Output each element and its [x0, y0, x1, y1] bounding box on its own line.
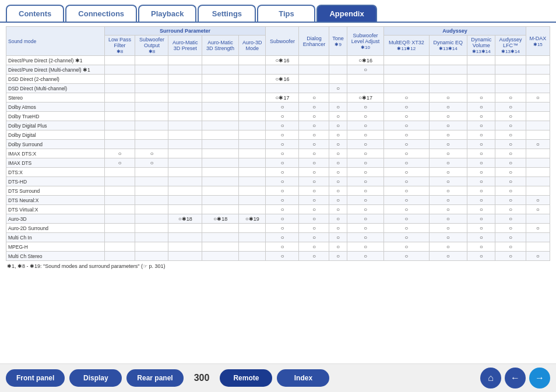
data-cell — [168, 93, 202, 103]
data-cell: ○ — [384, 205, 429, 214]
data-cell: ○ — [347, 149, 383, 158]
data-cell — [135, 214, 168, 224]
tab-tips[interactable]: Tips — [257, 5, 315, 22]
sound-mode-table: Sound mode Surround Parameter Subwoofer … — [6, 26, 550, 261]
data-cell — [135, 130, 168, 140]
data-cell — [168, 75, 202, 84]
data-cell: ○ — [329, 252, 347, 261]
data-cell — [104, 177, 135, 186]
col-dynamiceq: Dynamic EQ✱13✱14 — [429, 36, 467, 56]
data-cell — [135, 224, 168, 233]
data-cell — [299, 84, 329, 93]
data-cell: ○ — [299, 93, 329, 103]
data-cell: ○ — [495, 112, 526, 121]
table-row: DSD Direct (Multi-channel)○ — [6, 84, 550, 93]
table-row: Dolby TrueHD○○○○○○○○ — [6, 112, 550, 121]
data-cell: ○ — [384, 112, 429, 121]
index-button[interactable]: Index — [277, 369, 329, 387]
data-cell: ○ — [467, 103, 495, 112]
display-button[interactable]: Display — [69, 369, 122, 387]
page-number: 300 — [194, 373, 210, 383]
data-cell — [239, 84, 266, 93]
data-cell: ○ — [347, 168, 383, 177]
table-row: IMAX DTS○○○○○○○○○○ — [6, 158, 550, 168]
data-cell — [329, 75, 347, 84]
sound-mode-cell: Dolby Digital Plus — [6, 121, 105, 130]
sound-mode-cell: Dolby TrueHD — [6, 112, 105, 121]
data-cell: ○ — [429, 186, 467, 196]
data-cell — [429, 75, 467, 84]
data-cell: ○ — [384, 233, 429, 242]
data-cell — [104, 196, 135, 205]
data-cell — [299, 75, 329, 84]
tab-contents[interactable]: Contents — [6, 5, 64, 22]
data-cell: ○ — [467, 149, 495, 158]
tab-playback[interactable]: Playback — [138, 5, 196, 22]
data-cell: ○✱17 — [266, 93, 299, 103]
data-cell — [467, 56, 495, 65]
sound-mode-cell: Direct/Pure Direct (2-channel) ✱1 — [6, 56, 105, 65]
data-cell: ○ — [266, 214, 299, 224]
data-cell: ○ — [526, 196, 550, 205]
data-cell — [168, 84, 202, 93]
col-subwoofer: Subwoofer — [266, 27, 299, 56]
data-cell — [135, 177, 168, 186]
col-dialog: DialogEnhancer — [299, 27, 329, 56]
data-cell: ○ — [429, 224, 467, 233]
data-cell: ○ — [429, 140, 467, 149]
data-cell: ○ — [384, 242, 429, 252]
tab-appendix[interactable]: Appendix — [316, 5, 376, 22]
remote-button[interactable]: Remote — [220, 369, 272, 387]
data-cell: ○ — [347, 177, 383, 186]
data-cell — [526, 56, 550, 65]
data-cell: ○ — [329, 224, 347, 233]
tab-settings[interactable]: Settings — [198, 5, 256, 22]
data-cell: ○ — [495, 196, 526, 205]
data-cell: ○ — [347, 224, 383, 233]
back-button[interactable]: ← — [505, 368, 526, 389]
data-cell — [239, 196, 266, 205]
tab-connections[interactable]: Connections — [65, 5, 137, 22]
data-cell — [526, 214, 550, 224]
data-cell — [495, 65, 526, 75]
data-cell: ○ — [467, 130, 495, 140]
data-cell — [467, 75, 495, 84]
data-cell — [168, 252, 202, 261]
data-cell: ○ — [347, 65, 383, 75]
col-lowpass: Low PassFilter✱8 — [104, 36, 135, 56]
table-row: MPEG-H○○○○○○○○ — [6, 242, 550, 252]
home-button[interactable]: ⌂ — [480, 368, 501, 389]
data-cell — [266, 84, 299, 93]
forward-button[interactable]: → — [529, 368, 550, 389]
data-cell — [135, 242, 168, 252]
data-cell — [526, 158, 550, 168]
data-cell — [239, 158, 266, 168]
data-cell — [104, 65, 135, 75]
data-cell — [239, 168, 266, 177]
col-tone: Tone✱9 — [329, 27, 347, 56]
bottom-nav-left: Front panel Display Rear panel 300 Remot… — [6, 369, 329, 387]
data-cell — [135, 252, 168, 261]
data-cell: ○ — [329, 112, 347, 121]
data-cell — [202, 121, 239, 130]
surround-param-header: Surround Parameter — [104, 27, 266, 36]
data-cell: ○ — [429, 252, 467, 261]
data-cell: ○ — [384, 224, 429, 233]
data-cell: ○ — [266, 196, 299, 205]
data-cell — [526, 112, 550, 121]
data-cell: ○ — [299, 196, 329, 205]
data-cell — [168, 233, 202, 242]
sound-mode-cell: Multi Ch In — [6, 233, 105, 242]
data-cell: ○ — [526, 93, 550, 103]
data-cell — [168, 242, 202, 252]
rear-panel-button[interactable]: Rear panel — [126, 369, 183, 387]
data-cell — [526, 121, 550, 130]
data-cell — [104, 224, 135, 233]
data-cell — [104, 205, 135, 214]
data-cell: ○✱18 — [168, 214, 202, 224]
data-cell — [202, 224, 239, 233]
data-cell — [526, 177, 550, 186]
data-cell: ○ — [495, 205, 526, 214]
data-cell: ○ — [135, 158, 168, 168]
front-panel-button[interactable]: Front panel — [6, 369, 65, 387]
